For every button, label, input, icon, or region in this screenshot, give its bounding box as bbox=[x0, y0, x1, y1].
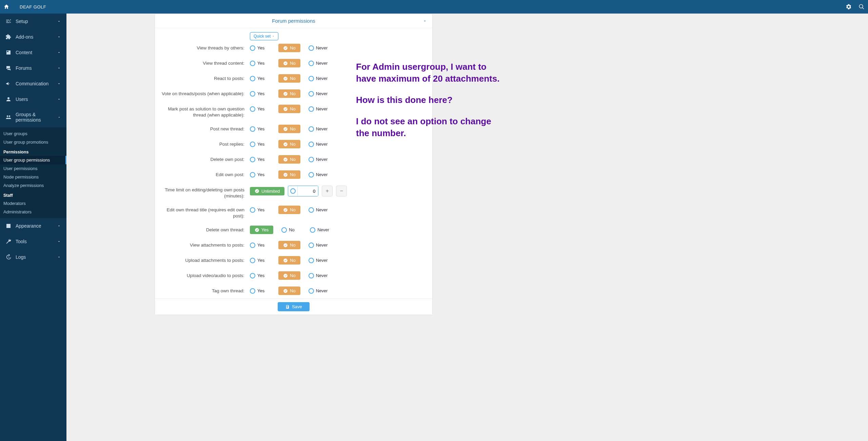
sidebar: Setup Add-ons Content Forums Communicati… bbox=[0, 14, 66, 441]
users-icon bbox=[5, 114, 12, 120]
option-yes[interactable]: Yes bbox=[250, 76, 270, 81]
option-no[interactable]: No bbox=[278, 256, 300, 265]
sub-user-group-promotions[interactable]: User group promotions bbox=[0, 138, 66, 146]
option-never[interactable]: Never bbox=[309, 288, 328, 294]
chevron-down-icon bbox=[57, 19, 61, 23]
option-no[interactable]: No bbox=[278, 155, 300, 164]
sidebar-item-communication[interactable]: Communication bbox=[0, 76, 66, 91]
sidebar-item-addons[interactable]: Add-ons bbox=[0, 29, 66, 45]
option-no[interactable]: No bbox=[281, 227, 302, 233]
option-never[interactable]: Never bbox=[309, 207, 328, 213]
sidebar-item-label: Setup bbox=[16, 19, 28, 24]
option-yes[interactable]: Yes bbox=[250, 126, 270, 132]
option-never[interactable]: Never bbox=[309, 76, 328, 81]
option-no[interactable]: No bbox=[278, 140, 300, 148]
option-never[interactable]: Never bbox=[309, 126, 328, 132]
sub-administrators[interactable]: Administrators bbox=[0, 208, 66, 216]
chevron-down-icon bbox=[57, 255, 61, 259]
sidebar-item-forums[interactable]: Forums bbox=[0, 60, 66, 76]
option-yes[interactable]: Yes bbox=[250, 258, 270, 263]
sidebar-item-label: Tools bbox=[16, 239, 27, 244]
option-no[interactable]: No bbox=[278, 89, 300, 98]
home-icon[interactable] bbox=[3, 4, 9, 10]
option-yes[interactable]: Yes bbox=[250, 243, 270, 248]
option-no[interactable]: No bbox=[278, 170, 300, 179]
option-no[interactable]: No bbox=[278, 206, 300, 214]
option-never[interactable]: Never bbox=[309, 273, 328, 278]
increment-button[interactable]: + bbox=[322, 186, 333, 196]
option-never[interactable]: Never bbox=[309, 172, 328, 177]
sidebar-item-label: Appearance bbox=[16, 223, 41, 229]
option-no[interactable]: No bbox=[278, 74, 300, 83]
sidebar-item-tools[interactable]: Tools bbox=[0, 234, 66, 249]
option-never[interactable]: Never bbox=[309, 142, 328, 147]
permission-label: React to posts: bbox=[160, 74, 244, 82]
sidebar-item-logs[interactable]: Logs bbox=[0, 249, 66, 265]
option-no[interactable]: No bbox=[278, 125, 300, 133]
settings-icon[interactable] bbox=[846, 4, 852, 10]
permission-row: Time limit on editing/deleting own posts… bbox=[155, 182, 432, 202]
option-no[interactable]: No bbox=[278, 287, 300, 295]
chevron-down-icon bbox=[57, 97, 61, 101]
sub-user-group-permissions[interactable]: User group permissions bbox=[0, 156, 66, 164]
option-yes[interactable]: Yes bbox=[250, 106, 270, 112]
option-yes[interactable]: Yes bbox=[250, 91, 270, 97]
permission-label: Delete own post: bbox=[160, 155, 244, 163]
option-yes[interactable]: Yes bbox=[250, 207, 270, 213]
option-yes[interactable]: Yes bbox=[250, 273, 270, 278]
search-icon[interactable] bbox=[859, 4, 865, 10]
wrench-icon bbox=[5, 238, 12, 245]
panel-collapse-icon[interactable] bbox=[423, 19, 427, 24]
option-yes[interactable]: Yes bbox=[250, 226, 273, 234]
option-yes[interactable]: Yes bbox=[250, 142, 270, 147]
newspaper-icon bbox=[5, 49, 12, 56]
sidebar-item-users[interactable]: Users bbox=[0, 91, 66, 107]
option-never[interactable]: Never bbox=[309, 106, 328, 112]
sidebar-item-appearance[interactable]: Appearance bbox=[0, 218, 66, 234]
bullhorn-icon bbox=[5, 81, 12, 87]
option-no[interactable]: No bbox=[278, 241, 300, 249]
save-icon bbox=[285, 304, 290, 309]
option-no[interactable]: No bbox=[278, 59, 300, 67]
option-never[interactable]: Never bbox=[309, 45, 328, 51]
option-never[interactable]: Never bbox=[309, 243, 328, 248]
annotation-line: For Admin usergroup, I want to have maxi… bbox=[356, 61, 505, 85]
option-never[interactable]: Never bbox=[309, 258, 328, 263]
permission-label: View thread content: bbox=[160, 59, 244, 66]
option-never[interactable]: Never bbox=[309, 157, 328, 162]
chevron-up-icon bbox=[57, 115, 61, 119]
numeric-input[interactable] bbox=[298, 186, 318, 196]
sub-user-permissions[interactable]: User permissions bbox=[0, 164, 66, 173]
sub-user-groups[interactable]: User groups bbox=[0, 129, 66, 138]
option-never[interactable]: Never bbox=[309, 61, 328, 66]
option-no[interactable]: No bbox=[278, 105, 300, 113]
sub-analyze-permissions[interactable]: Analyze permissions bbox=[0, 181, 66, 190]
permission-row: Delete own post:YesNoNever bbox=[155, 152, 432, 167]
option-yes[interactable]: Yes bbox=[250, 45, 270, 51]
option-yes[interactable]: Yes bbox=[250, 157, 270, 162]
option-never[interactable]: Never bbox=[310, 227, 329, 233]
option-unlimited[interactable]: Unlimited bbox=[250, 187, 284, 195]
permission-label: View attachments to posts: bbox=[160, 241, 244, 248]
option-yes[interactable]: Yes bbox=[250, 61, 270, 66]
sidebar-item-setup[interactable]: Setup bbox=[0, 14, 66, 29]
option-numeric-radio[interactable] bbox=[288, 186, 298, 196]
decrement-button[interactable]: − bbox=[336, 186, 347, 196]
save-button[interactable]: Save bbox=[278, 302, 310, 311]
option-never[interactable]: Never bbox=[309, 91, 328, 97]
option-no[interactable]: No bbox=[278, 44, 300, 52]
sub-node-permissions[interactable]: Node permissions bbox=[0, 173, 66, 181]
permission-label: Mark post as solution to own question th… bbox=[160, 105, 244, 118]
sidebar-item-label: Forums bbox=[16, 65, 32, 71]
panel-header[interactable]: Forum permissions bbox=[155, 14, 432, 28]
option-yes[interactable]: Yes bbox=[250, 172, 270, 177]
permission-label: Post new thread: bbox=[160, 125, 244, 132]
option-no[interactable]: No bbox=[278, 271, 300, 280]
history-icon bbox=[5, 254, 12, 260]
sidebar-item-content[interactable]: Content bbox=[0, 45, 66, 60]
sidebar-item-groups-permissions[interactable]: Groups & permissions bbox=[0, 107, 66, 127]
quick-set-button[interactable]: Quick set bbox=[250, 32, 278, 40]
option-yes[interactable]: Yes bbox=[250, 288, 270, 294]
sub-moderators[interactable]: Moderators bbox=[0, 199, 66, 208]
sidebar-item-label: Communication bbox=[16, 81, 48, 86]
